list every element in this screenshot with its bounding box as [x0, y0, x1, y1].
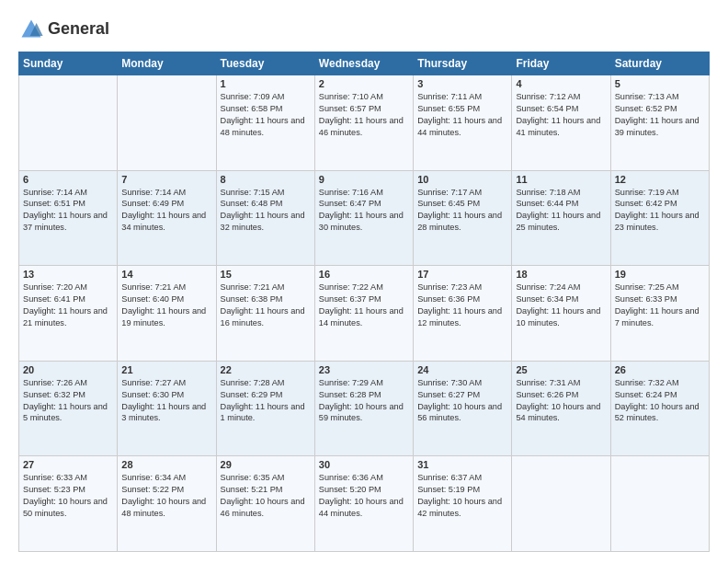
day-info: Sunrise: 7:30 AM Sunset: 6:27 PM Dayligh…: [417, 377, 507, 425]
day-number: 5: [615, 78, 705, 89]
day-number: 6: [23, 174, 113, 185]
day-info: Sunrise: 7:17 AM Sunset: 6:45 PM Dayligh…: [417, 187, 507, 235]
calendar-cell: 31Sunrise: 6:37 AM Sunset: 5:19 PM Dayli…: [414, 456, 512, 552]
calendar-cell: 18Sunrise: 7:24 AM Sunset: 6:34 PM Dayli…: [512, 266, 610, 362]
day-info: Sunrise: 7:22 AM Sunset: 6:37 PM Dayligh…: [319, 282, 409, 329]
day-info: Sunrise: 7:14 AM Sunset: 6:49 PM Dayligh…: [121, 187, 211, 235]
calendar-cell: [118, 75, 216, 171]
day-number: 1: [221, 78, 311, 89]
calendar-cell: 28Sunrise: 6:34 AM Sunset: 5:22 PM Dayli…: [118, 456, 216, 552]
calendar-cell: 20Sunrise: 7:26 AM Sunset: 6:32 PM Dayli…: [19, 361, 118, 456]
day-number: 28: [121, 459, 211, 470]
calendar-header-row: SundayMondayTuesdayWednesdayThursdayFrid…: [19, 52, 710, 75]
day-info: Sunrise: 7:21 AM Sunset: 6:40 PM Dayligh…: [121, 282, 211, 329]
calendar-cell: 15Sunrise: 7:21 AM Sunset: 6:38 PM Dayli…: [216, 266, 314, 362]
calendar-cell: 25Sunrise: 7:31 AM Sunset: 6:26 PM Dayli…: [512, 361, 610, 456]
day-info: Sunrise: 7:16 AM Sunset: 6:47 PM Dayligh…: [319, 187, 409, 235]
day-header-monday: Monday: [118, 52, 216, 75]
day-number: 22: [221, 364, 311, 375]
calendar-cell: 26Sunrise: 7:32 AM Sunset: 6:24 PM Dayli…: [610, 361, 709, 456]
day-number: 17: [417, 269, 507, 280]
day-info: Sunrise: 7:26 AM Sunset: 6:32 PM Dayligh…: [23, 377, 113, 425]
day-info: Sunrise: 7:24 AM Sunset: 6:34 PM Dayligh…: [516, 282, 606, 329]
header: General: [18, 17, 710, 42]
day-header-sunday: Sunday: [19, 52, 118, 75]
day-number: 19: [615, 269, 705, 280]
day-number: 20: [23, 364, 113, 375]
day-info: Sunrise: 7:09 AM Sunset: 6:58 PM Dayligh…: [221, 91, 311, 139]
day-info: Sunrise: 7:19 AM Sunset: 6:42 PM Dayligh…: [615, 187, 705, 235]
calendar-table: SundayMondayTuesdayWednesdayThursdayFrid…: [18, 52, 710, 552]
day-number: 30: [319, 459, 409, 470]
day-number: 25: [516, 364, 606, 375]
calendar-week-row: 6Sunrise: 7:14 AM Sunset: 6:51 PM Daylig…: [19, 170, 710, 266]
calendar-cell: 1Sunrise: 7:09 AM Sunset: 6:58 PM Daylig…: [216, 75, 314, 171]
calendar-cell: 3Sunrise: 7:11 AM Sunset: 6:55 PM Daylig…: [414, 75, 512, 171]
day-info: Sunrise: 7:18 AM Sunset: 6:44 PM Dayligh…: [516, 187, 606, 235]
day-info: Sunrise: 7:28 AM Sunset: 6:29 PM Dayligh…: [221, 377, 311, 425]
page: General SundayMondayTuesdayWednesdayThur…: [0, 0, 728, 563]
day-number: 3: [417, 78, 507, 89]
day-info: Sunrise: 7:13 AM Sunset: 6:52 PM Dayligh…: [615, 91, 705, 139]
day-number: 14: [121, 269, 211, 280]
day-info: Sunrise: 7:25 AM Sunset: 6:33 PM Dayligh…: [615, 282, 705, 329]
calendar-cell: 2Sunrise: 7:10 AM Sunset: 6:57 PM Daylig…: [314, 75, 413, 171]
day-info: Sunrise: 7:29 AM Sunset: 6:28 PM Dayligh…: [319, 377, 409, 425]
calendar-cell: 21Sunrise: 7:27 AM Sunset: 6:30 PM Dayli…: [118, 361, 216, 456]
day-number: 21: [121, 364, 211, 375]
calendar-cell: 9Sunrise: 7:16 AM Sunset: 6:47 PM Daylig…: [314, 170, 413, 266]
day-info: Sunrise: 6:35 AM Sunset: 5:21 PM Dayligh…: [221, 472, 311, 520]
day-info: Sunrise: 7:14 AM Sunset: 6:51 PM Dayligh…: [23, 187, 113, 235]
day-info: Sunrise: 7:32 AM Sunset: 6:24 PM Dayligh…: [615, 377, 705, 425]
calendar-week-row: 13Sunrise: 7:20 AM Sunset: 6:41 PM Dayli…: [19, 266, 710, 362]
calendar-cell: 7Sunrise: 7:14 AM Sunset: 6:49 PM Daylig…: [118, 170, 216, 266]
calendar-cell: 10Sunrise: 7:17 AM Sunset: 6:45 PM Dayli…: [414, 170, 512, 266]
day-number: 24: [417, 364, 507, 375]
day-header-saturday: Saturday: [610, 52, 709, 75]
day-info: Sunrise: 7:23 AM Sunset: 6:36 PM Dayligh…: [417, 282, 507, 329]
day-number: 18: [516, 269, 606, 280]
calendar-cell: 19Sunrise: 7:25 AM Sunset: 6:33 PM Dayli…: [610, 266, 709, 362]
calendar-cell: 14Sunrise: 7:21 AM Sunset: 6:40 PM Dayli…: [118, 266, 216, 362]
day-header-wednesday: Wednesday: [314, 52, 413, 75]
calendar-cell: [610, 456, 709, 552]
calendar-cell: 23Sunrise: 7:29 AM Sunset: 6:28 PM Dayli…: [314, 361, 413, 456]
day-number: 7: [121, 174, 211, 185]
day-header-friday: Friday: [512, 52, 610, 75]
day-number: 26: [615, 364, 705, 375]
day-info: Sunrise: 7:31 AM Sunset: 6:26 PM Dayligh…: [516, 377, 606, 425]
logo-text: General: [48, 20, 109, 39]
calendar-cell: 6Sunrise: 7:14 AM Sunset: 6:51 PM Daylig…: [19, 170, 118, 266]
calendar-cell: 27Sunrise: 6:33 AM Sunset: 5:23 PM Dayli…: [19, 456, 118, 552]
logo: General: [18, 17, 109, 42]
calendar-cell: [512, 456, 610, 552]
day-info: Sunrise: 6:36 AM Sunset: 5:20 PM Dayligh…: [319, 472, 409, 520]
day-info: Sunrise: 6:34 AM Sunset: 5:22 PM Dayligh…: [121, 472, 211, 520]
day-number: 31: [417, 459, 507, 470]
calendar-week-row: 1Sunrise: 7:09 AM Sunset: 6:58 PM Daylig…: [19, 75, 710, 171]
calendar-week-row: 27Sunrise: 6:33 AM Sunset: 5:23 PM Dayli…: [19, 456, 710, 552]
day-header-thursday: Thursday: [414, 52, 512, 75]
calendar-cell: 30Sunrise: 6:36 AM Sunset: 5:20 PM Dayli…: [314, 456, 413, 552]
day-info: Sunrise: 7:21 AM Sunset: 6:38 PM Dayligh…: [221, 282, 311, 329]
calendar-cell: 13Sunrise: 7:20 AM Sunset: 6:41 PM Dayli…: [19, 266, 118, 362]
logo-icon: [18, 17, 44, 42]
day-info: Sunrise: 7:15 AM Sunset: 6:48 PM Dayligh…: [221, 187, 311, 235]
day-number: 29: [221, 459, 311, 470]
calendar-cell: 11Sunrise: 7:18 AM Sunset: 6:44 PM Dayli…: [512, 170, 610, 266]
day-info: Sunrise: 7:20 AM Sunset: 6:41 PM Dayligh…: [23, 282, 113, 329]
calendar-week-row: 20Sunrise: 7:26 AM Sunset: 6:32 PM Dayli…: [19, 361, 710, 456]
day-number: 8: [221, 174, 311, 185]
day-info: Sunrise: 6:37 AM Sunset: 5:19 PM Dayligh…: [417, 472, 507, 520]
day-number: 15: [221, 269, 311, 280]
calendar-cell: [19, 75, 118, 171]
day-info: Sunrise: 7:10 AM Sunset: 6:57 PM Dayligh…: [319, 91, 409, 139]
day-number: 16: [319, 269, 409, 280]
calendar-cell: 22Sunrise: 7:28 AM Sunset: 6:29 PM Dayli…: [216, 361, 314, 456]
calendar-cell: 5Sunrise: 7:13 AM Sunset: 6:52 PM Daylig…: [610, 75, 709, 171]
day-info: Sunrise: 6:33 AM Sunset: 5:23 PM Dayligh…: [23, 472, 113, 520]
day-info: Sunrise: 7:12 AM Sunset: 6:54 PM Dayligh…: [516, 91, 606, 139]
day-number: 11: [516, 174, 606, 185]
day-number: 12: [615, 174, 705, 185]
calendar-cell: 29Sunrise: 6:35 AM Sunset: 5:21 PM Dayli…: [216, 456, 314, 552]
